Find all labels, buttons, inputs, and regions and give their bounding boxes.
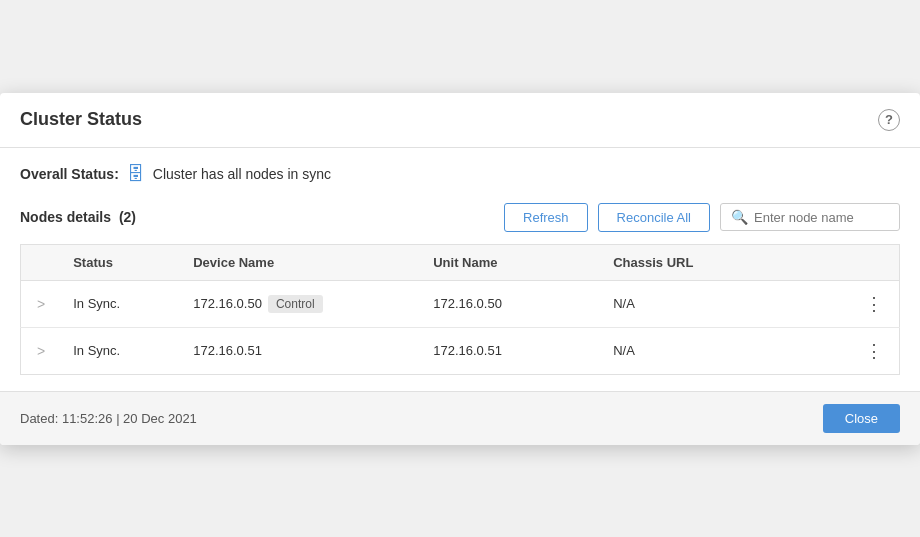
dialog-body: Overall Status: 🗄 Cluster has all nodes … — [0, 148, 920, 391]
chassis-url-cell: N/A — [601, 280, 849, 327]
chassis-url-cell: N/A — [601, 327, 849, 374]
status-cell: In Sync. — [61, 327, 181, 374]
col-header-actions — [849, 244, 900, 280]
col-header-unit: Unit Name — [421, 244, 601, 280]
expand-cell: > — [21, 280, 62, 327]
table-row: > In Sync. 172.16.0.50Control 172.16.0.5… — [21, 280, 900, 327]
device-name-cell: 172.16.0.50Control — [181, 280, 421, 327]
table-header-row: Status Device Name Unit Name Chassis URL — [21, 244, 900, 280]
device-name-cell: 172.16.0.51 — [181, 327, 421, 374]
status-cell: In Sync. — [61, 280, 181, 327]
unit-name-cell: 172.16.0.50 — [421, 280, 601, 327]
overall-status: Overall Status: 🗄 Cluster has all nodes … — [20, 164, 900, 185]
dialog-footer: Dated: 11:52:26 | 20 Dec 2021 Close — [0, 391, 920, 445]
nodes-toolbar: Nodes details (2) Refresh Reconcile All … — [20, 203, 900, 232]
expand-cell: > — [21, 327, 62, 374]
node-search-box: 🔍 — [720, 203, 900, 231]
col-header-expand — [21, 244, 62, 280]
overall-status-label: Overall Status: — [20, 166, 119, 182]
reconcile-all-button[interactable]: Reconcile All — [598, 203, 710, 232]
row-actions-button[interactable]: ⋮ — [861, 340, 887, 362]
footer-date: Dated: 11:52:26 | 20 Dec 2021 — [20, 411, 197, 426]
refresh-button[interactable]: Refresh — [504, 203, 588, 232]
col-header-chassis: Chassis URL — [601, 244, 849, 280]
actions-cell: ⋮ — [849, 280, 900, 327]
nodes-table: Status Device Name Unit Name Chassis URL… — [20, 244, 900, 375]
control-badge: Control — [268, 295, 323, 313]
dialog-title: Cluster Status — [20, 109, 142, 130]
nodes-details-label: Nodes details (2) — [20, 209, 494, 225]
dialog-header: Cluster Status ? — [0, 93, 920, 148]
search-icon: 🔍 — [731, 209, 748, 225]
col-header-status: Status — [61, 244, 181, 280]
unit-name-cell: 172.16.0.51 — [421, 327, 601, 374]
actions-cell: ⋮ — [849, 327, 900, 374]
help-icon[interactable]: ? — [878, 109, 900, 131]
expand-button[interactable]: > — [33, 294, 49, 314]
col-header-device: Device Name — [181, 244, 421, 280]
expand-button[interactable]: > — [33, 341, 49, 361]
cluster-status-dialog: Cluster Status ? Overall Status: 🗄 Clust… — [0, 93, 920, 445]
table-body: > In Sync. 172.16.0.50Control 172.16.0.5… — [21, 280, 900, 374]
node-search-input[interactable] — [754, 210, 889, 225]
cluster-status-icon: 🗄 — [127, 164, 145, 185]
row-actions-button[interactable]: ⋮ — [861, 293, 887, 315]
table-row: > In Sync. 172.16.0.51 172.16.0.51 N/A ⋮ — [21, 327, 900, 374]
close-button[interactable]: Close — [823, 404, 900, 433]
overall-status-text: Cluster has all nodes in sync — [153, 166, 331, 182]
